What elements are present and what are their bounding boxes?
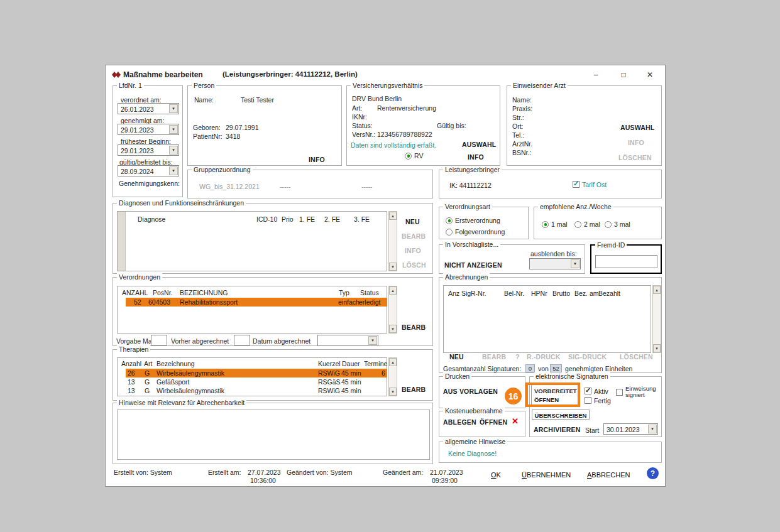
row-dauer: 45 min xyxy=(341,369,361,377)
arzt-loeschen-button[interactable]: LÖSCHEN xyxy=(618,154,652,161)
tarif-ost-checkbox[interactable]: ✓ Tarif Ost xyxy=(573,181,607,188)
gruppenzuordnung-group-label: Gruppenzuordnung xyxy=(192,166,253,173)
ablegen-button[interactable]: ABLEGEN xyxy=(443,418,476,426)
abrechnungen-group-label: Abrechnungen xyxy=(443,273,490,281)
minimize-button[interactable]: – xyxy=(588,68,603,81)
scroll-down-icon[interactable]: ▼ xyxy=(389,263,397,271)
ausblenden-bis-combo[interactable]: ▼ xyxy=(529,258,581,269)
scroll-down-icon[interactable]: ▼ xyxy=(653,344,661,352)
abr-loeschen-button[interactable]: LÖSCHEN xyxy=(620,353,653,361)
row-dauer: 45 min xyxy=(341,378,361,386)
hinweise-textarea[interactable] xyxy=(117,410,430,460)
row-bezeichnung: Rehabilitationssport xyxy=(180,298,238,306)
abr-header-anzsig: Anz Sig xyxy=(448,290,471,297)
einweisung-signiert-checkbox[interactable]: Einweisung signiert xyxy=(616,386,656,398)
diagnosen-bearb-button[interactable]: BEARB xyxy=(402,232,426,240)
row-art: G xyxy=(145,387,150,394)
gruppenzuordnung-value: WG_bis_31.12.2021 xyxy=(199,183,260,190)
dropdown-arrow-icon[interactable]: ▼ xyxy=(571,259,580,268)
aktiv-checkbox[interactable]: ✓ Aktiv xyxy=(585,388,608,395)
scroll-up-icon[interactable]: ▲ xyxy=(389,358,397,366)
diagnosen-info-button[interactable]: INFO xyxy=(405,247,421,254)
therapien-row[interactable]: 26 G Wirbelsäulengymnastik RSWiG 45 min … xyxy=(126,369,387,377)
nicht-anzeigen-button[interactable]: NICHT ANZEIGEN xyxy=(444,261,502,269)
2mal-radio[interactable]: 2 mal xyxy=(574,220,600,228)
dropdown-arrow-icon[interactable]: ▼ xyxy=(169,166,178,175)
arzt-auswahl-button[interactable]: AUSWAHL xyxy=(620,124,654,131)
diagnosen-loesch-button[interactable]: LÖSCH xyxy=(402,261,426,269)
scroll-up-icon[interactable]: ▲ xyxy=(389,286,397,295)
rv-radio[interactable]: RV xyxy=(405,152,423,160)
1mal-radio[interactable]: 1 mal xyxy=(542,220,568,228)
therapien-list[interactable]: Anzahl Art Bezeichnung Kuerzel Dauer Ter… xyxy=(117,357,387,396)
diagnosen-list[interactable]: Diagnose ICD-10 Prio 1. FE 2. FE 3. FE xyxy=(117,211,387,271)
versnr-label: VersNr.: xyxy=(352,131,375,138)
scroll-down-icon[interactable]: ▼ xyxy=(389,325,397,333)
help-icon[interactable]: ? xyxy=(647,467,659,479)
row-bezeichnung: Gefäßsport xyxy=(157,378,190,386)
arztnr-label: ArztNr. xyxy=(512,140,532,148)
scroll-up-icon[interactable]: ▲ xyxy=(389,212,397,220)
fertig-checkbox[interactable]: Fertig xyxy=(585,397,611,404)
arzt-info-button[interactable]: INFO xyxy=(628,139,644,146)
kostenuebernahme-group: Kostenuebernahme ABLEGEN ÖFFNEN ✕ xyxy=(439,411,525,437)
dropdown-arrow-icon[interactable]: ▼ xyxy=(169,125,178,134)
erstellt-von-text: Erstellt von: System xyxy=(114,469,172,476)
verordnungen-bearb-button[interactable]: BEARB xyxy=(402,323,426,331)
datum-abgerechnet-label: Datum abgerechnet xyxy=(253,337,310,345)
abr-header-bezam: Bez. am xyxy=(574,290,599,297)
verordnungen-scrollbar[interactable]: ▲ ▼ xyxy=(388,286,397,334)
abr-bearb-button[interactable]: BEARB xyxy=(482,353,506,361)
abr-sigdruck-button[interactable]: SIG-DRUCK xyxy=(568,353,607,361)
verordnet-am-combo[interactable]: 26.01.2023 ▼ xyxy=(118,103,179,114)
kosten-oeffnen-button[interactable]: ÖFFNEN xyxy=(480,418,507,426)
dropdown-arrow-icon[interactable]: ▼ xyxy=(169,104,178,113)
ok-button[interactable]: OK xyxy=(491,471,501,479)
dropdown-arrow-icon[interactable]: ▼ xyxy=(169,146,178,155)
3mal-radio[interactable]: 3 mal xyxy=(605,220,630,228)
diagnosen-header-icd10: ICD-10 xyxy=(256,215,277,223)
scroll-down-icon[interactable]: ▼ xyxy=(389,388,397,396)
gueltig-befristet-combo[interactable]: 28.09.2024 ▼ xyxy=(118,165,179,176)
row-art: G xyxy=(145,378,150,386)
therapien-row[interactable]: 13 G Gefäßsport RSGäS 45 min xyxy=(126,377,387,386)
versicherung-info-button[interactable]: INFO xyxy=(468,153,484,161)
start-date-combo[interactable]: 30.01.2023 ▼ xyxy=(603,423,658,435)
fruehester-beginn-combo[interactable]: 29.01.2023 ▼ xyxy=(118,144,179,156)
abrechnungen-scrollbar[interactable]: ▲ ▼ xyxy=(652,285,661,353)
diagnosen-scrollbar[interactable]: ▲ ▼ xyxy=(388,211,397,271)
scroll-up-icon[interactable]: ▲ xyxy=(653,286,661,294)
diagnosen-neu-button[interactable]: NEU xyxy=(405,218,420,225)
verordnungen-row[interactable]: 52 604503 Rehabilitationssport einfach e… xyxy=(126,298,387,307)
close-button[interactable]: ✕ xyxy=(642,68,657,81)
abbrechen-button[interactable]: ABBRECHEN xyxy=(587,471,630,479)
therapien-row[interactable]: 13 G Wirbelsäulengymnastik RSWiG 45 min xyxy=(126,386,387,395)
therapien-bearb-button[interactable]: BEARB xyxy=(402,386,426,393)
therapien-scrollbar[interactable]: ▲ ▼ xyxy=(388,357,397,396)
gruppenzuordnung-group: Gruppenzuordnung WG_bis_31.12.2021 -----… xyxy=(187,170,433,198)
erstverordnung-radio[interactable]: Erstverordnung xyxy=(446,217,500,224)
abrechnungen-list[interactable]: Anz Sig R-Nr. Bel-Nr. HPNr Brutto Bez. a… xyxy=(443,285,651,353)
uebernehmen-button[interactable]: ÜBERNEHMEN xyxy=(522,471,571,479)
folgeverordnung-radio[interactable]: Folgeverordnung xyxy=(446,228,505,236)
abr-rdruck-button[interactable]: R.-DRUCK xyxy=(527,353,561,361)
abr-neu-button[interactable]: NEU xyxy=(449,353,464,361)
dropdown-arrow-icon[interactable]: ▼ xyxy=(648,425,657,433)
archivieren-button[interactable]: ARCHIVIEREN xyxy=(534,426,581,433)
abr-frage-button[interactable]: ? xyxy=(515,353,520,361)
versicherung-auswahl-button[interactable]: AUSWAHL xyxy=(462,141,496,148)
person-name-label: Name: xyxy=(194,96,214,104)
verordnungen-list[interactable]: ANZAHL PosNr. BEZEICHNUNG Typ Status 52 … xyxy=(117,286,387,334)
bsnr-label: BSNr.: xyxy=(512,149,531,156)
genehmigt-am-combo[interactable]: 29.01.2023 ▼ xyxy=(118,124,179,135)
maximize-button[interactable]: □ xyxy=(616,68,631,81)
vorher-abgerechnet-input[interactable] xyxy=(234,335,250,345)
datum-abgerechnet-combo[interactable]: ▼ xyxy=(317,335,378,346)
fremd-id-input[interactable] xyxy=(595,255,657,268)
dropdown-arrow-icon[interactable]: ▼ xyxy=(368,336,377,345)
diagnosen-group-label: Diagnosen und Funktionseinschränkungen xyxy=(117,199,246,207)
ueberschreiben-button[interactable]: ÜBERSCHREIBEN xyxy=(532,410,590,420)
vorgabe-max-input[interactable] xyxy=(151,335,167,345)
person-info-button[interactable]: INFO xyxy=(309,156,325,163)
aus-vorlagen-button[interactable]: AUS VORLAGEN xyxy=(443,388,498,395)
